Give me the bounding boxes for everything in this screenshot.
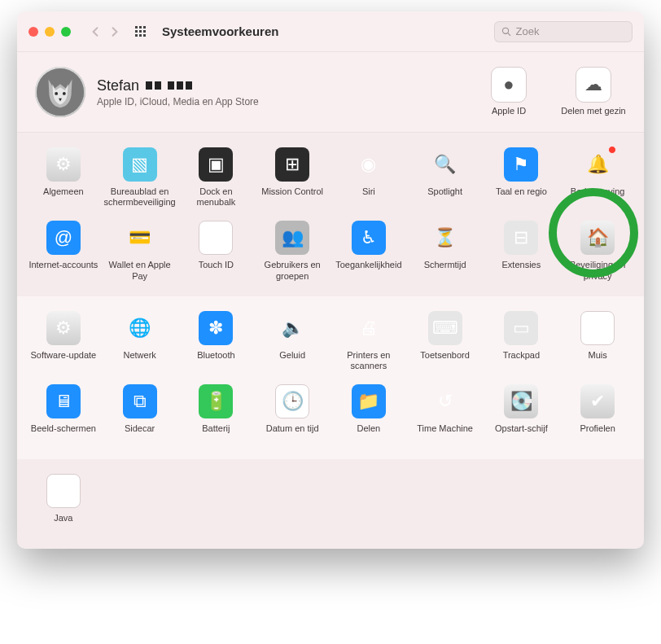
svg-rect-1: [139, 26, 142, 28]
pref-item-label: Java: [27, 513, 100, 534]
update-icon: ⚙︎: [46, 311, 81, 345]
mission-control-icon: ⊞: [275, 147, 309, 182]
language-icon: ⚑: [504, 147, 538, 182]
pref-item-label: Extensies: [485, 260, 558, 281]
account-shortcut-0[interactable]: ● Apple ID: [476, 67, 541, 116]
close-button[interactable]: [28, 27, 38, 37]
pref-item-label: Muis: [561, 350, 634, 371]
pref-item-mission-control[interactable]: ⊞Mission Control: [256, 147, 329, 208]
startup-icon: 💽: [504, 384, 538, 418]
account-right-items: ● Apple ID☁︎ Delen met gezin: [476, 67, 626, 116]
minimize-button[interactable]: [45, 27, 55, 37]
pref-item-label: Beeld-schermen: [27, 423, 100, 445]
pref-item-label: Software-update: [27, 350, 100, 371]
pref-item-label: Bluetooth: [180, 350, 253, 371]
pref-item-java[interactable]: ☕︎Java: [27, 474, 100, 534]
pref-item-share[interactable]: 📁Delen: [332, 384, 405, 445]
pref-item-label: Opstart-schijf: [485, 423, 558, 445]
pref-item-printer[interactable]: 🖨Printers en scanners: [332, 311, 405, 371]
pref-item-users[interactable]: 👥Gebruikers en groepen: [256, 221, 329, 281]
pref-item-battery[interactable]: 🔋Batterij: [180, 384, 253, 445]
pref-item-startup[interactable]: 💽Opstart-schijf: [485, 384, 558, 445]
pref-item-label: Algemeen: [27, 186, 100, 208]
pref-item-network[interactable]: 🌐Netwerk: [103, 311, 177, 371]
pref-item-timemachine[interactable]: ↺Time Machine: [409, 384, 482, 445]
pref-item-notifications[interactable]: 🔔Berichtgeving: [561, 147, 634, 208]
svg-point-12: [55, 92, 58, 95]
pref-item-general[interactable]: ⚙︎Algemeen: [27, 147, 100, 208]
pref-item-label: Delen: [332, 423, 405, 445]
pref-item-extensions[interactable]: ⊟Extensies: [485, 221, 558, 281]
search-icon: [501, 26, 511, 37]
fingerprint-icon: ◉: [199, 221, 233, 255]
security-icon: 🏠: [580, 221, 615, 255]
pref-grid: ⚙︎Software-update🌐Netwerk✽Bluetooth🔈Gelu…: [27, 311, 634, 445]
pref-item-language[interactable]: ⚑Taal en regio: [485, 147, 558, 208]
network-icon: 🌐: [123, 311, 157, 345]
users-icon: 👥: [275, 221, 309, 255]
clock-icon: 🕒: [275, 384, 309, 418]
shortcut-label: Apple ID: [476, 106, 541, 116]
java-icon: ☕︎: [46, 474, 81, 508]
svg-point-13: [63, 92, 66, 95]
pref-item-label: Profielen: [561, 423, 634, 445]
pref-item-siri[interactable]: ◉Siri: [332, 147, 405, 208]
pref-item-screentime[interactable]: ⏳Schermtijd: [409, 221, 482, 281]
pref-item-profiles[interactable]: ✔︎Profielen: [561, 384, 634, 445]
pref-item-label: Toegankelijkheid: [332, 260, 405, 281]
forward-button[interactable]: [105, 22, 125, 42]
pref-item-spotlight[interactable]: 🔍Spotlight: [409, 147, 482, 208]
pref-item-update[interactable]: ⚙︎Software-update: [27, 311, 100, 371]
account-shortcut-1[interactable]: ☁︎ Delen met gezin: [561, 67, 626, 116]
pref-item-bluetooth[interactable]: ✽Bluetooth: [180, 311, 253, 371]
pref-item-wallet[interactable]: 💳Wallet en Apple Pay: [103, 221, 177, 281]
printer-icon: 🖨: [352, 311, 386, 345]
account-name: Stefan: [97, 77, 139, 94]
pref-item-label: Trackpad: [485, 350, 558, 371]
pref-item-label: Beveiliging en privacy: [561, 260, 634, 281]
pref-item-label: Touch ID: [180, 260, 253, 281]
chevron-right-icon: [110, 27, 120, 37]
zoom-button[interactable]: [61, 27, 71, 37]
avatar[interactable]: [35, 67, 85, 117]
pref-item-mouse[interactable]: 🖱Muis: [561, 311, 634, 371]
svg-rect-7: [139, 34, 142, 37]
search-field[interactable]: [494, 21, 633, 42]
grid-toggle-button[interactable]: [131, 22, 151, 42]
pref-item-label: Siri: [332, 186, 405, 208]
pref-item-sound[interactable]: 🔈Geluid: [256, 311, 329, 371]
pref-item-desktop[interactable]: ▧Bureaublad en schermbeveiliging: [103, 147, 177, 208]
search-input[interactable]: [516, 25, 626, 37]
pref-grid: ☕︎Java: [27, 474, 634, 534]
back-button[interactable]: [85, 22, 105, 42]
display-icon: 🖥: [46, 384, 81, 418]
family-icon: ☁︎: [576, 67, 611, 103]
pref-item-security[interactable]: 🏠Beveiliging en privacy: [561, 221, 634, 281]
grid-icon: [134, 25, 147, 38]
pref-item-label: Toetsenbord: [409, 350, 482, 371]
pref-item-label: Batterij: [180, 423, 253, 445]
pref-item-label: Spotlight: [409, 186, 482, 208]
extensions-icon: ⊟: [504, 221, 538, 255]
pref-item-fingerprint[interactable]: ◉Touch ID: [180, 221, 253, 281]
pref-item-label: Netwerk: [103, 350, 177, 371]
pref-item-display[interactable]: 🖥Beeld-schermen: [27, 384, 100, 445]
pref-item-dock[interactable]: ▣Dock en menubalk: [180, 147, 253, 208]
pref-item-sidecar[interactable]: ⧉Sidecar: [103, 384, 177, 445]
svg-rect-5: [143, 30, 146, 33]
share-icon: 📁: [352, 384, 386, 418]
pref-item-at[interactable]: @Internet-accounts: [27, 221, 100, 281]
account-header: Stefan Apple ID, iCloud, Media en App St…: [17, 52, 644, 133]
pref-item-clock[interactable]: 🕒Datum en tijd: [256, 384, 329, 445]
dock-icon: ▣: [199, 147, 233, 182]
bluetooth-icon: ✽: [199, 311, 233, 345]
screentime-icon: ⏳: [428, 221, 462, 255]
pref-item-trackpad[interactable]: ▭Trackpad: [485, 311, 558, 371]
titlebar: Systeemvoorkeuren: [17, 11, 644, 52]
pref-item-keyboard[interactable]: ⌨︎Toetsenbord: [409, 311, 482, 371]
spotlight-icon: 🔍: [428, 147, 462, 182]
svg-rect-0: [135, 26, 138, 28]
chevron-left-icon: [90, 27, 100, 37]
pref-item-accessibility[interactable]: ♿︎Toegankelijkheid: [332, 221, 405, 281]
accessibility-icon: ♿︎: [352, 221, 386, 255]
